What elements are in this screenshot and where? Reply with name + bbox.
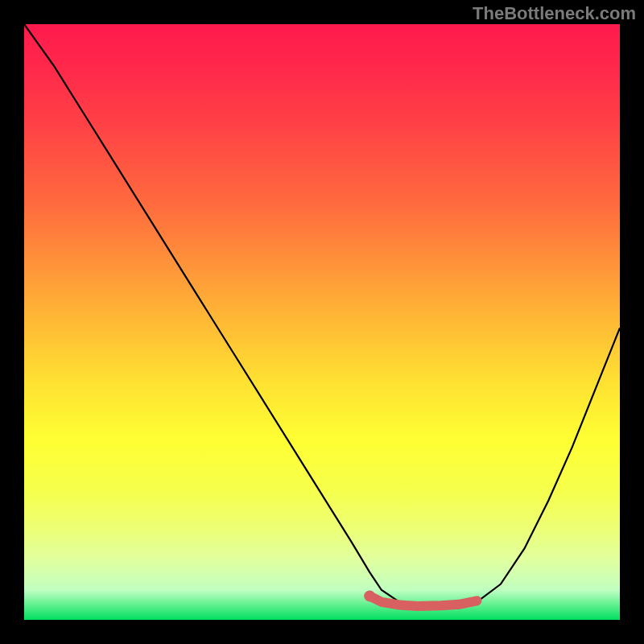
optimal-range-start-dot xyxy=(364,590,375,601)
plot-area xyxy=(24,24,620,620)
watermark-text: TheBottleneck.com xyxy=(473,3,636,24)
bottleneck-curve-path xyxy=(24,24,620,608)
optimal-range-marker-path xyxy=(369,596,477,606)
chart-overlay xyxy=(24,24,620,620)
